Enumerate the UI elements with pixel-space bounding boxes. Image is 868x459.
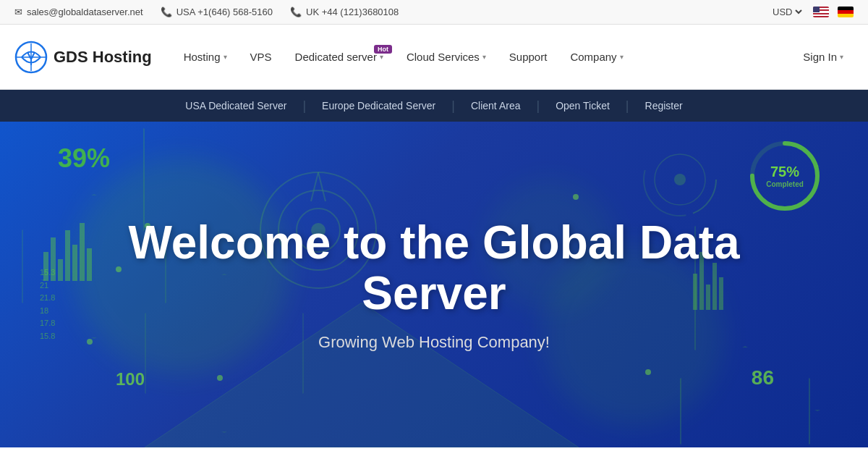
secondary-nav: USA Dedicated Server | Europe Dedicated … [0, 90, 868, 122]
nav-cloud[interactable]: Cloud Services ▾ [396, 43, 496, 70]
currency-selector[interactable]: USD EUR GBP [770, 6, 804, 18]
num-86: 86 [752, 366, 774, 389]
email-contact: ✉ sales@globaldataserver.net [14, 7, 143, 17]
secondary-nav-client[interactable]: Client Area [455, 90, 536, 122]
chevron-down-icon-dedicated: ▾ [380, 53, 383, 61]
secondary-nav-usa[interactable]: USA Dedicated Server [169, 90, 302, 122]
secondary-nav-ticket[interactable]: Open Ticket [540, 90, 626, 122]
dot-5 [573, 194, 579, 200]
svg-point-13 [674, 174, 686, 185]
nav-support[interactable]: Support [499, 43, 558, 70]
phone-usa-number: USA +1(646) 568-5160 [176, 7, 273, 17]
email-address: sales@globaldataserver.net [27, 7, 143, 17]
logo-icon [14, 41, 48, 74]
nav-company-label: Company [570, 51, 616, 63]
hero-title: Welcome to the Global Data Server [109, 217, 760, 319]
progress-ring: 75% Completed [745, 136, 825, 216]
phone-usa-contact: 📞 USA +1(646) 568-5160 [161, 7, 273, 17]
chevron-down-icon-signin: ▾ [840, 53, 843, 61]
chevron-down-icon-cloud: ▾ [482, 53, 486, 61]
chevron-down-icon-company: ▾ [620, 53, 624, 61]
svg-line-8 [311, 172, 318, 201]
nav-company[interactable]: Company ▾ [560, 43, 633, 70]
flag-us-icon[interactable] [813, 7, 829, 17]
nav-dedicated[interactable]: Hot Dedicated server ▾ [285, 43, 393, 70]
nav-hosting[interactable]: Hosting ▾ [174, 43, 237, 70]
top-bar-contacts: ✉ sales@globaldataserver.net 📞 USA +1(64… [14, 7, 399, 17]
sign-in-label: Sign In [803, 51, 837, 63]
hero-subtitle: Growing Web Hosting Company! [109, 333, 760, 352]
phone-uk-contact: 📞 UK +44 (121)3680108 [290, 7, 399, 17]
main-nav: Hosting ▾ VPS Hot Dedicated server ▾ Clo… [174, 43, 854, 70]
ring-text: Completed [766, 180, 804, 189]
nav-support-label: Support [509, 51, 548, 63]
email-icon: ✉ [14, 7, 22, 17]
secondary-nav-europe[interactable]: Europe Dedicated Server [306, 90, 451, 122]
top-bar: ✉ sales@globaldataserver.net 📞 USA +1(64… [0, 0, 868, 25]
logo[interactable]: GDS Hosting [14, 41, 152, 74]
number-lines: 15.32121.81817.815.8 [40, 266, 55, 343]
secondary-nav-register[interactable]: Register [629, 90, 699, 122]
circle-segments-svg [637, 136, 723, 223]
ring-pct: 75% [766, 163, 804, 180]
nav-dedicated-label: Dedicated server [295, 51, 377, 63]
phone-icon-uk: 📞 [290, 7, 302, 17]
flag-de-icon[interactable] [838, 7, 854, 17]
sign-in-button[interactable]: Sign In ▾ [793, 43, 854, 70]
hero-content: Welcome to the Global Data Server Growin… [109, 217, 760, 353]
header: GDS Hosting Hosting ▾ VPS Hot Dedicated … [0, 25, 868, 90]
logo-text: GDS Hosting [54, 48, 152, 67]
nav-vps-label: VPS [250, 51, 272, 63]
hero-section: 39% 15.32121.81817.815.8 [0, 122, 868, 447]
phone-icon-usa: 📞 [161, 7, 172, 17]
nav-cloud-label: Cloud Services [407, 51, 480, 63]
top-bar-right: USD EUR GBP [770, 6, 854, 18]
phone-uk-number: UK +44 (121)3680108 [306, 7, 399, 17]
pct-label-39: 39% [58, 143, 110, 174]
chevron-down-icon: ▾ [224, 53, 227, 61]
dot-6 [645, 369, 651, 375]
num-100: 100 [116, 369, 145, 389]
dot-3 [87, 339, 93, 345]
nav-hosting-label: Hosting [184, 51, 221, 63]
svg-line-9 [318, 172, 326, 201]
nav-vps[interactable]: VPS [240, 43, 282, 70]
ring-label: 75% Completed [766, 163, 804, 189]
hot-badge: Hot [374, 45, 392, 54]
